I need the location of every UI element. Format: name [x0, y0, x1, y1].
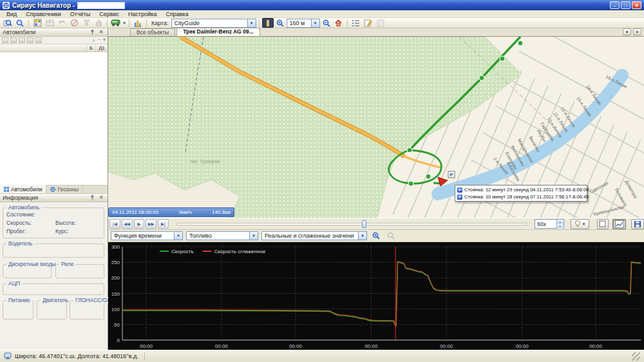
speed-label: Скорость: [6, 220, 32, 226]
menu-item-otchety[interactable]: Отчёты [66, 10, 94, 17]
chevron-down-icon[interactable]: ▼ [311, 19, 319, 27]
map-select-value: CityGuide [175, 20, 245, 26]
close-button[interactable]: ✕ [632, 1, 641, 9]
menu-item-spravka[interactable]: Справка [162, 10, 192, 17]
speed-chart[interactable]: 05010015020025030000:0000:0000:0000:0000… [108, 242, 644, 350]
placeholder-button[interactable] [375, 18, 386, 28]
export-icon[interactable] [10, 37, 17, 43]
driver-groupbox: Водитель [3, 243, 104, 258]
measure-toggle-button[interactable] [262, 18, 274, 28]
svg-text:250: 250 [111, 260, 120, 265]
tab-close-icon[interactable]: ✕ [633, 28, 641, 35]
home-button[interactable] [333, 18, 345, 28]
scale-select[interactable]: 160 м ▼ [287, 19, 320, 28]
glonass-groupbox: ГЛОНАСС/GPS [70, 300, 104, 319]
pin-icon[interactable] [88, 29, 96, 36]
values-mode-select[interactable]: Реальные и сглаженные значени ▼ [261, 231, 367, 240]
column-spacer [0, 44, 86, 52]
playback-rate-spinner[interactable]: 60x ▲ ▼ [535, 219, 564, 229]
window-title: Сириус Навигатор - [12, 2, 75, 9]
speed-chart-canvas[interactable]: 05010015020025030000:0000:0000:0000:0000… [108, 242, 644, 350]
chart-zoom-out-button[interactable] [385, 231, 397, 241]
mileage-label: Пробег: [6, 228, 26, 234]
function-select[interactable]: Функция времени ▼ [111, 231, 183, 240]
folder-icon[interactable] [27, 37, 33, 43]
engine-group-label: Двигатель [41, 297, 70, 303]
playback-slider[interactable] [176, 219, 529, 229]
chevron-down-icon[interactable]: ▼ [358, 232, 366, 240]
relay-groupbox: Реле [55, 264, 104, 278]
checkbox-button[interactable] [597, 219, 609, 229]
stop-button[interactable] [68, 18, 80, 28]
filter-button[interactable] [80, 18, 92, 28]
tab-geozones[interactable]: Геозоны [46, 185, 83, 193]
remove-icon[interactable]: − [98, 37, 101, 44]
chevron-down-icon[interactable]: ▼ [249, 232, 258, 240]
globe-icon[interactable] [19, 37, 25, 43]
grid-view-button[interactable] [32, 18, 43, 28]
resize-grip[interactable] [632, 352, 640, 361]
tab-vehicles[interactable]: Автомобили [0, 185, 46, 193]
menu-item-vid[interactable]: Вид [3, 10, 21, 17]
add-icon[interactable]: ＋ [91, 37, 96, 44]
series-speed [122, 262, 641, 326]
menu-item-nastroika[interactable]: Настройка [124, 10, 160, 17]
vehicle-group-label: Автомобиль [6, 204, 41, 211]
tab-track[interactable]: Трек Daimler-Benz AG 09... [176, 28, 260, 36]
map-select[interactable]: CityGuide ▼ [171, 19, 256, 28]
vehicles-list[interactable] [0, 52, 108, 186]
save-button[interactable] [631, 219, 644, 229]
column-header-b[interactable]: Б [86, 44, 95, 52]
svg-text:0: 0 [117, 338, 120, 343]
lamp-button[interactable]: ▼ [571, 219, 590, 229]
menu-item-servis[interactable]: Сервис [95, 10, 123, 17]
chevron-down-icon[interactable]: ▼ [247, 19, 256, 27]
maximize-button[interactable]: □ [621, 1, 630, 9]
chevron-down-icon[interactable]: ▼ [174, 232, 182, 240]
column-header-d1[interactable]: Д1 [95, 44, 108, 52]
scale-select-value: 160 м [290, 20, 308, 26]
undo-button[interactable] [56, 18, 68, 28]
zoom-window-button[interactable] [2, 18, 14, 28]
table-button[interactable] [44, 18, 55, 28]
parameter-select[interactable]: Топливо ▼ [186, 231, 258, 240]
svg-text:00:00: 00:00 [516, 343, 529, 349]
minimize-button[interactable]: – [610, 1, 620, 9]
edit-note-button[interactable] [363, 18, 374, 28]
computer-icon [4, 352, 12, 361]
rate-up-icon[interactable]: ▲ [557, 220, 564, 224]
play-button[interactable]: ▶ [134, 219, 145, 229]
search-button[interactable] [14, 18, 26, 28]
list-button[interactable] [350, 18, 362, 28]
refresh-icon[interactable] [35, 37, 42, 43]
chart-toolbar-button[interactable] [132, 18, 144, 28]
tab-list-icon[interactable]: ▾ [623, 28, 631, 35]
vehicle-button[interactable] [110, 18, 122, 28]
close-icon[interactable]: ✕ [97, 29, 105, 36]
pin-icon[interactable] [88, 195, 96, 202]
svg-text:300: 300 [111, 244, 120, 250]
more-icon[interactable]: ▾ [103, 37, 106, 44]
skip-end-button[interactable]: ▶| [158, 219, 169, 229]
chevron-down-icon[interactable]: ▼ [582, 222, 585, 226]
main-toolbar: ▼ Карта: CityGuide ▼ 160 м ▼ [0, 18, 644, 28]
close-icon[interactable]: ✕ [97, 195, 105, 202]
forward-button[interactable]: ▶▶ [146, 219, 156, 229]
zoom-out-button[interactable] [321, 18, 332, 28]
menu-item-spravochniki[interactable]: Справочники [22, 10, 65, 17]
skip-start-button[interactable]: |◀ [109, 219, 120, 229]
lock-button[interactable] [93, 18, 104, 28]
show-chart-button[interactable] [612, 219, 627, 229]
chart-zoom-in-button[interactable] [370, 231, 382, 241]
parking-marker-icon[interactable]: P [448, 171, 455, 178]
svg-text:50: 50 [114, 322, 120, 328]
rewind-button[interactable]: ◀◀ [122, 219, 133, 229]
print-icon[interactable] [2, 37, 8, 43]
playback-slider-handle[interactable] [362, 220, 366, 228]
playback-slider-groove[interactable] [176, 223, 529, 225]
vehicle-dropdown-arrow-icon[interactable]: ▼ [122, 21, 126, 25]
zoom-in-button[interactable] [274, 18, 286, 28]
tab-all-objects[interactable]: Все объекты [130, 28, 175, 36]
rate-down-icon[interactable]: ▼ [557, 224, 564, 229]
toolbar-separator [347, 19, 348, 27]
